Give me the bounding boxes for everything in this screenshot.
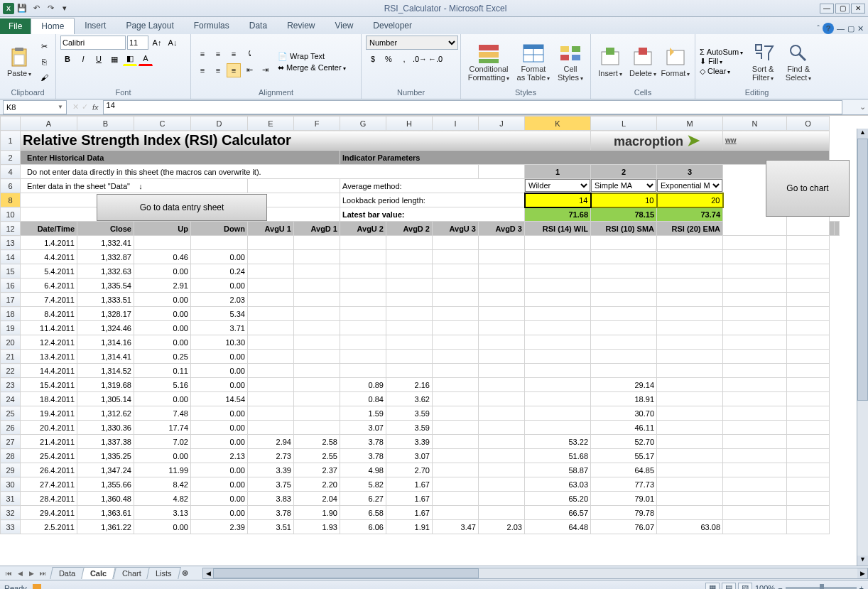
cell-close[interactable]: 1,335.54 [77,279,134,293]
cell-avgu1[interactable] [248,378,294,392]
cell-rsi1[interactable] [525,335,591,350]
cell-avgd3[interactable] [479,477,525,492]
font-size-input[interactable] [127,36,148,50]
cell-rsi1[interactable] [525,293,591,307]
cell-avgd3[interactable] [479,492,525,506]
cell-close[interactable]: 1,335.25 [77,449,134,463]
cell-rsi1[interactable] [525,392,591,406]
cell-rsi2[interactable]: 29.14 [591,378,657,392]
lookback-input-cell[interactable]: 20 [657,193,723,207]
align-left-icon[interactable]: ≡ [195,63,210,77]
cell-up[interactable]: 0.25 [134,350,191,364]
cell-rsi2[interactable]: 79.78 [591,506,657,520]
cell-rsi2[interactable] [591,250,657,264]
cell-rsi1[interactable]: 58.87 [525,463,591,477]
cell-up[interactable]: 0.00 [134,264,191,279]
cell-avgd2[interactable]: 2.70 [386,463,433,477]
row-header[interactable]: 30 [1,477,21,492]
cell-avgd2[interactable] [386,264,433,279]
cell-date[interactable]: 15.4.2011 [21,378,77,392]
cell-rsi3[interactable] [657,492,723,506]
bold-button[interactable]: B [60,52,75,66]
cell-rsi2[interactable]: 76.07 [591,520,657,534]
cell-avgu3[interactable] [433,477,479,492]
cell-avgd2[interactable]: 3.59 [386,406,433,421]
sheet-tab-chart[interactable]: Chart [113,567,151,579]
cell-avgu3[interactable] [433,506,479,520]
cell-down[interactable]: 0.24 [191,264,248,279]
column-header[interactable]: K [525,117,591,131]
new-sheet-icon[interactable]: ⊕ [182,568,188,578]
cell-down[interactable]: 0.00 [191,350,248,364]
undo-icon[interactable]: ↶ [30,2,43,15]
cell-rsi1[interactable] [525,406,591,421]
cell-rsi3[interactable] [657,421,723,435]
cell-avgd2[interactable] [386,307,433,321]
cell-close[interactable]: 1,332.87 [77,250,134,264]
worksheet-grid[interactable]: ABCDEFGHIJKLMNO1Relative Strength Index … [0,115,868,566]
ribbon-tab-page-layout[interactable]: Page Layout [116,18,183,34]
clear-button[interactable]: ◇ Clear [700,67,743,76]
cell-close[interactable]: 1,328.17 [77,307,134,321]
go-to-chart-button[interactable]: Go to chart [766,160,850,217]
cell-rsi1[interactable] [525,321,591,335]
cell-date[interactable]: 13.4.2011 [21,350,77,364]
doc-minimize-icon[interactable]: — [837,24,845,33]
wrap-text-button[interactable]: 📄 Wrap Text [278,52,346,61]
row-header[interactable]: 32 [1,506,21,520]
border-button[interactable]: ▦ [107,52,121,66]
format-cells-button[interactable]: Format [661,45,690,80]
cell-close[interactable]: 1,332.41 [77,236,134,250]
cell-avgu3[interactable] [433,264,479,279]
cell-avgd1[interactable] [294,264,340,279]
row-header[interactable]: 4 [1,165,21,179]
find-select-button[interactable]: Find & Select [783,40,814,84]
cell-avgd3[interactable] [479,378,525,392]
cell-down[interactable]: 0.00 [191,506,248,520]
cell-up[interactable]: 11.99 [134,463,191,477]
cell-rsi2[interactable]: 18.91 [591,392,657,406]
cell-avgu3[interactable] [433,321,479,335]
currency-icon[interactable]: $ [366,52,380,66]
cell-avgd1[interactable]: 2.58 [294,435,340,449]
cell-avgu2[interactable]: 3.78 [340,449,386,463]
cell-avgu2[interactable] [340,335,386,350]
cell-rsi1[interactable]: 66.57 [525,506,591,520]
row-header[interactable]: 8 [1,193,21,207]
normal-view-icon[interactable]: ▦ [705,583,720,590]
column-header[interactable]: L [591,117,657,131]
sheet-nav-first-icon[interactable]: ⏮ [3,570,14,577]
column-header[interactable]: H [386,117,433,131]
font-name-input[interactable] [60,36,126,50]
cell-avgd1[interactable] [294,293,340,307]
cell-up[interactable]: 0.11 [134,364,191,378]
cell-rsi3[interactable] [657,321,723,335]
row-header[interactable]: 6 [1,179,21,193]
row-header[interactable]: 19 [1,321,21,335]
cell-rsi2[interactable]: 64.85 [591,463,657,477]
cell-rsi2[interactable] [591,279,657,293]
cell-rsi2[interactable] [591,293,657,307]
cell-avgu3[interactable] [433,492,479,506]
ribbon-tab-view[interactable]: View [325,18,364,34]
cell-rsi1[interactable]: 64.48 [525,520,591,534]
page-break-view-icon[interactable]: ▧ [738,583,752,590]
cell-avgd2[interactable]: 1.91 [386,520,433,534]
cell-avgd1[interactable] [294,335,340,350]
cell-avgu2[interactable]: 3.07 [340,421,386,435]
cell-avgu1[interactable]: 3.83 [248,492,294,506]
cell-up[interactable]: 0.00 [134,293,191,307]
cell-down[interactable]: 2.39 [191,520,248,534]
page-layout-view-icon[interactable]: ▤ [722,583,736,590]
avg-method-select[interactable]: Wilder [525,179,590,192]
cell-rsi1[interactable] [525,364,591,378]
sheet-tab-lists[interactable]: Lists [147,567,181,579]
cell-up[interactable] [134,236,191,250]
cell-up[interactable]: 0.00 [134,335,191,350]
cell-down[interactable]: 0.00 [191,492,248,506]
ribbon-tab-review[interactable]: Review [277,18,325,34]
row-header[interactable]: 14 [1,250,21,264]
cell-avgu3[interactable] [433,279,479,293]
cell-avgd2[interactable]: 3.07 [386,449,433,463]
cut-icon[interactable]: ✂ [37,39,51,53]
